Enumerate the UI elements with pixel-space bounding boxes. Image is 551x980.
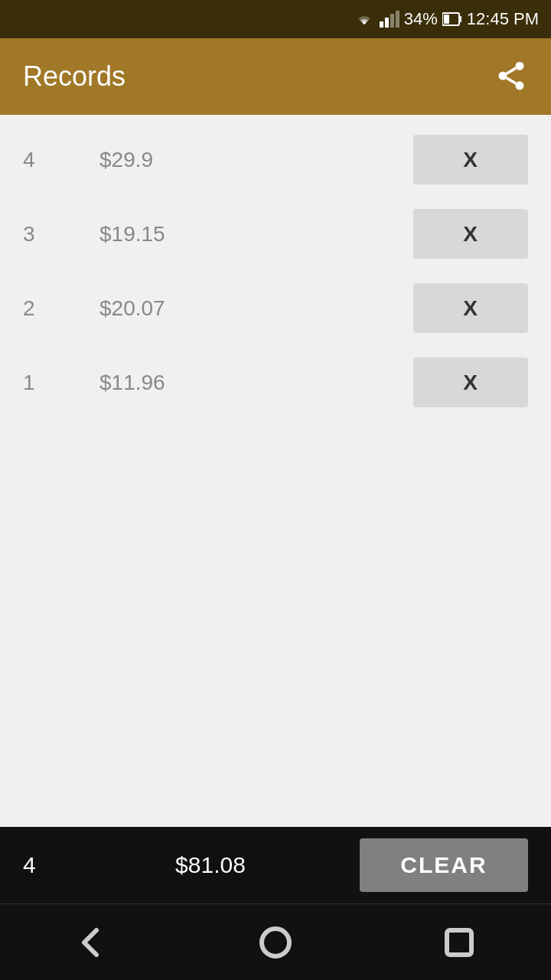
svg-point-7: [516, 61, 524, 70]
table-row: 4 $29.9 X: [0, 122, 551, 197]
table-row: 2 $20.07 X: [0, 271, 551, 345]
svg-line-11: [507, 67, 517, 73]
home-button[interactable]: [245, 912, 306, 973]
record-amount: $20.07: [69, 296, 413, 321]
records-list: 4 $29.9 X 3 $19.15 X 2 $20.07 X 1 $11.96…: [0, 115, 551, 827]
svg-point-12: [262, 929, 289, 956]
share-icon: [494, 59, 528, 93]
recent-icon: [441, 924, 478, 961]
delete-button-3[interactable]: X: [413, 209, 528, 259]
delete-button-2[interactable]: X: [413, 283, 528, 333]
nav-bar: [0, 903, 551, 980]
table-row: 3 $19.15 X: [0, 197, 551, 271]
back-button[interactable]: [61, 912, 122, 973]
total-amount: $81.08: [77, 852, 344, 878]
svg-rect-5: [459, 16, 461, 22]
record-id: 4: [23, 148, 69, 172]
record-id: 2: [23, 296, 69, 321]
share-button[interactable]: [494, 59, 528, 95]
record-id: 3: [23, 222, 69, 247]
record-amount: $29.9: [69, 148, 413, 172]
svg-rect-6: [444, 15, 449, 24]
svg-rect-1: [385, 18, 389, 28]
svg-line-10: [507, 77, 517, 83]
status-bar: 34% 12:45 PM: [0, 0, 551, 38]
delete-button-1[interactable]: X: [413, 358, 528, 407]
record-id: 1: [23, 371, 69, 395]
time-text: 12:45 PM: [467, 9, 539, 29]
svg-point-9: [516, 81, 524, 90]
wifi-icon: [354, 11, 375, 28]
svg-rect-0: [380, 21, 383, 28]
battery-text: 34%: [404, 9, 438, 29]
page-title: Records: [23, 60, 126, 93]
bottom-bar: 4 $81.08 CLEAR: [0, 827, 551, 903]
svg-rect-3: [396, 11, 399, 28]
home-icon: [257, 924, 294, 961]
status-icons: 34% 12:45 PM: [354, 9, 539, 29]
svg-rect-2: [390, 14, 394, 28]
record-amount: $19.15: [69, 222, 413, 247]
svg-rect-13: [447, 930, 471, 955]
clear-button[interactable]: CLEAR: [360, 838, 528, 892]
svg-point-8: [499, 71, 507, 80]
app-bar: Records: [0, 38, 551, 115]
recent-button[interactable]: [429, 912, 490, 973]
signal-icon: [380, 11, 399, 28]
back-icon: [73, 924, 110, 961]
battery-icon: [442, 11, 462, 28]
table-row: 1 $11.96 X: [0, 345, 551, 420]
record-amount: $11.96: [69, 371, 413, 395]
total-count: 4: [23, 852, 61, 878]
delete-button-4[interactable]: X: [413, 135, 528, 185]
